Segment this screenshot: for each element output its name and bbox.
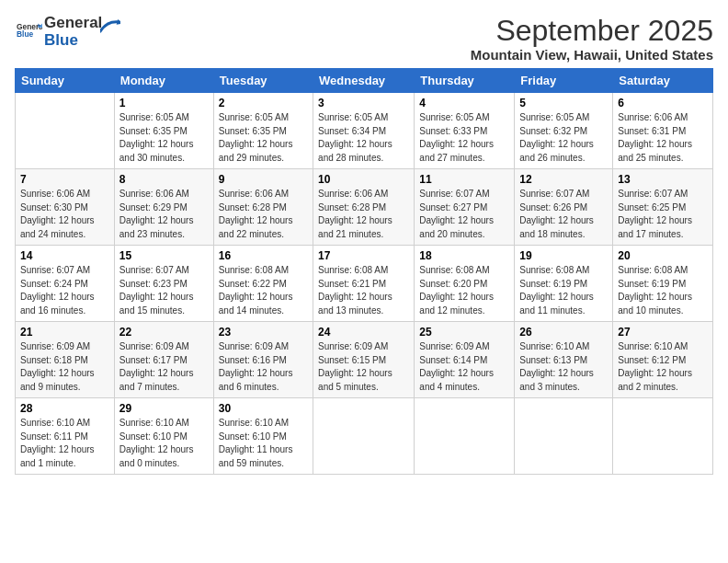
day-info: Sunrise: 6:07 AMSunset: 6:25 PMDaylight:… <box>618 188 708 241</box>
week-row-4: 21Sunrise: 6:09 AMSunset: 6:18 PMDayligh… <box>16 322 713 398</box>
calendar-cell: 15Sunrise: 6:07 AMSunset: 6:23 PMDayligh… <box>114 246 213 322</box>
calendar-cell <box>16 93 115 169</box>
day-info: Sunrise: 6:09 AMSunset: 6:14 PMDaylight:… <box>419 340 509 394</box>
day-info: Sunrise: 6:08 AMSunset: 6:19 PMDaylight:… <box>519 264 608 317</box>
calendar-cell: 3Sunrise: 6:05 AMSunset: 6:34 PMDaylight… <box>313 93 415 169</box>
day-info: Sunrise: 6:06 AMSunset: 6:30 PMDaylight:… <box>20 188 109 241</box>
day-number: 30 <box>219 402 308 415</box>
day-number: 8 <box>119 173 209 186</box>
calendar-cell <box>415 398 515 475</box>
day-number: 14 <box>20 249 109 262</box>
logo-text-block: General Blue <box>15 17 42 47</box>
calendar-table: SundayMondayTuesdayWednesdayThursdayFrid… <box>15 68 713 475</box>
location: Mountain View, Hawaii, United States <box>471 47 713 63</box>
calendar-cell: 28Sunrise: 6:10 AMSunset: 6:11 PMDayligh… <box>16 398 115 475</box>
calendar-cell: 27Sunrise: 6:10 AMSunset: 6:12 PMDayligh… <box>613 322 713 398</box>
calendar-cell: 30Sunrise: 6:10 AMSunset: 6:10 PMDayligh… <box>213 398 313 475</box>
day-info: Sunrise: 6:08 AMSunset: 6:21 PMDaylight:… <box>318 264 409 317</box>
day-info: Sunrise: 6:06 AMSunset: 6:29 PMDaylight:… <box>119 188 209 241</box>
day-number: 4 <box>419 97 509 109</box>
calendar-cell: 10Sunrise: 6:06 AMSunset: 6:28 PMDayligh… <box>313 169 415 246</box>
day-number: 12 <box>519 173 608 186</box>
calendar-cell: 23Sunrise: 6:09 AMSunset: 6:16 PMDayligh… <box>213 322 313 398</box>
calendar-cell: 6Sunrise: 6:06 AMSunset: 6:31 PMDaylight… <box>613 93 713 169</box>
day-info: Sunrise: 6:08 AMSunset: 6:20 PMDaylight:… <box>419 264 509 317</box>
week-row-3: 14Sunrise: 6:07 AMSunset: 6:24 PMDayligh… <box>16 246 713 322</box>
day-number: 1 <box>119 97 209 109</box>
day-number: 11 <box>419 173 509 186</box>
week-row-2: 7Sunrise: 6:06 AMSunset: 6:30 PMDaylight… <box>16 169 713 246</box>
calendar-cell: 20Sunrise: 6:08 AMSunset: 6:19 PMDayligh… <box>613 246 713 322</box>
calendar-cell: 24Sunrise: 6:09 AMSunset: 6:15 PMDayligh… <box>313 322 415 398</box>
header-row: SundayMondayTuesdayWednesdayThursdayFrid… <box>16 69 713 93</box>
day-info: Sunrise: 6:05 AMSunset: 6:33 PMDaylight:… <box>419 111 509 165</box>
calendar-cell: 21Sunrise: 6:09 AMSunset: 6:18 PMDayligh… <box>16 322 115 398</box>
day-info: Sunrise: 6:07 AMSunset: 6:26 PMDaylight:… <box>519 188 608 241</box>
day-info: Sunrise: 6:07 AMSunset: 6:24 PMDaylight:… <box>20 264 109 317</box>
calendar-cell: 14Sunrise: 6:07 AMSunset: 6:24 PMDayligh… <box>16 246 115 322</box>
logo: General Blue General Blue <box>15 15 120 49</box>
header-day-tuesday: Tuesday <box>213 69 313 93</box>
calendar-cell: 25Sunrise: 6:09 AMSunset: 6:14 PMDayligh… <box>415 322 515 398</box>
day-number: 22 <box>119 326 209 339</box>
day-info: Sunrise: 6:06 AMSunset: 6:28 PMDaylight:… <box>219 188 308 241</box>
day-info: Sunrise: 6:10 AMSunset: 6:10 PMDaylight:… <box>219 417 308 470</box>
week-row-1: 1Sunrise: 6:05 AMSunset: 6:35 PMDaylight… <box>16 93 713 169</box>
calendar-body: 1Sunrise: 6:05 AMSunset: 6:35 PMDaylight… <box>16 93 713 475</box>
calendar-cell: 2Sunrise: 6:05 AMSunset: 6:35 PMDaylight… <box>213 93 313 169</box>
calendar-cell: 22Sunrise: 6:09 AMSunset: 6:17 PMDayligh… <box>114 322 213 398</box>
day-info: Sunrise: 6:10 AMSunset: 6:12 PMDaylight:… <box>618 340 708 394</box>
day-number: 23 <box>219 326 308 339</box>
day-info: Sunrise: 6:10 AMSunset: 6:11 PMDaylight:… <box>20 417 109 470</box>
calendar-cell: 29Sunrise: 6:10 AMSunset: 6:10 PMDayligh… <box>114 398 213 475</box>
header-day-monday: Monday <box>114 69 213 93</box>
calendar-cell: 8Sunrise: 6:06 AMSunset: 6:29 PMDaylight… <box>114 169 213 246</box>
header-day-thursday: Thursday <box>415 69 515 93</box>
day-number: 27 <box>618 326 708 339</box>
calendar-cell <box>515 398 613 475</box>
logo-general: General <box>44 15 102 32</box>
month-title: September 2025 <box>471 15 713 47</box>
week-row-5: 28Sunrise: 6:10 AMSunset: 6:11 PMDayligh… <box>16 398 713 475</box>
day-number: 15 <box>119 249 209 262</box>
logo-name: General Blue <box>44 15 102 49</box>
header-day-friday: Friday <box>515 69 613 93</box>
logo-blue: Blue <box>44 32 102 50</box>
day-number: 19 <box>519 249 608 262</box>
day-number: 20 <box>618 249 708 262</box>
day-number: 13 <box>618 173 708 186</box>
day-number: 25 <box>419 326 509 339</box>
day-number: 29 <box>119 402 209 415</box>
calendar-cell: 1Sunrise: 6:05 AMSunset: 6:35 PMDaylight… <box>114 93 213 169</box>
day-info: Sunrise: 6:05 AMSunset: 6:32 PMDaylight:… <box>519 111 608 165</box>
day-number: 10 <box>318 173 409 186</box>
day-number: 26 <box>519 326 608 339</box>
calendar-cell: 7Sunrise: 6:06 AMSunset: 6:30 PMDaylight… <box>16 169 115 246</box>
day-info: Sunrise: 6:09 AMSunset: 6:16 PMDaylight:… <box>219 340 308 394</box>
page-container: General Blue General Blue September 2025… <box>0 0 728 482</box>
day-number: 5 <box>519 97 608 109</box>
day-info: Sunrise: 6:08 AMSunset: 6:22 PMDaylight:… <box>219 264 308 317</box>
day-info: Sunrise: 6:06 AMSunset: 6:28 PMDaylight:… <box>318 188 409 241</box>
day-info: Sunrise: 6:10 AMSunset: 6:10 PMDaylight:… <box>119 417 209 470</box>
calendar-cell: 19Sunrise: 6:08 AMSunset: 6:19 PMDayligh… <box>515 246 613 322</box>
day-number: 9 <box>219 173 308 186</box>
header-day-saturday: Saturday <box>613 69 713 93</box>
calendar-cell: 4Sunrise: 6:05 AMSunset: 6:33 PMDaylight… <box>415 93 515 169</box>
calendar-cell <box>613 398 713 475</box>
day-info: Sunrise: 6:05 AMSunset: 6:35 PMDaylight:… <box>119 111 209 165</box>
header-day-wednesday: Wednesday <box>313 69 415 93</box>
day-info: Sunrise: 6:09 AMSunset: 6:18 PMDaylight:… <box>20 340 109 394</box>
calendar-header: SundayMondayTuesdayWednesdayThursdayFrid… <box>16 69 713 93</box>
calendar-cell: 9Sunrise: 6:06 AMSunset: 6:28 PMDaylight… <box>213 169 313 246</box>
title-block: September 2025 Mountain View, Hawaii, Un… <box>471 15 713 63</box>
day-number: 3 <box>318 97 409 109</box>
day-info: Sunrise: 6:05 AMSunset: 6:35 PMDaylight:… <box>219 111 308 165</box>
calendar-cell: 16Sunrise: 6:08 AMSunset: 6:22 PMDayligh… <box>213 246 313 322</box>
day-info: Sunrise: 6:07 AMSunset: 6:23 PMDaylight:… <box>119 264 209 317</box>
logo-swoosh-icon <box>100 17 120 37</box>
day-info: Sunrise: 6:07 AMSunset: 6:27 PMDaylight:… <box>419 188 509 241</box>
svg-text:Blue: Blue <box>17 29 33 39</box>
day-info: Sunrise: 6:09 AMSunset: 6:17 PMDaylight:… <box>119 340 209 394</box>
calendar-cell: 11Sunrise: 6:07 AMSunset: 6:27 PMDayligh… <box>415 169 515 246</box>
